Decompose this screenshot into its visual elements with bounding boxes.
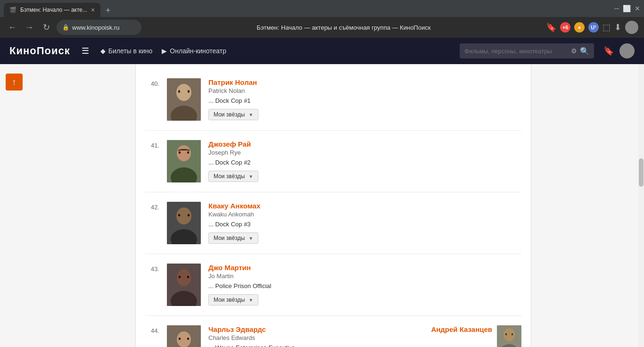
svg-point-26 bbox=[504, 328, 515, 341]
cast-number-44: 44. bbox=[145, 325, 159, 334]
url-bar[interactable]: 🔒 www.kinopoisk.ru bbox=[57, 20, 141, 35]
stars-label-42: Мои звёзды bbox=[214, 235, 245, 241]
cast-role-40: ... Dock Cop #1 bbox=[208, 97, 521, 104]
search-icon[interactable]: 🔍 bbox=[580, 47, 589, 56]
active-tab[interactable]: 🎬 Бэтмен: Начало — акте... × bbox=[4, 3, 100, 17]
svg-rect-24 bbox=[187, 338, 189, 340]
filter-icon[interactable]: ⚙ bbox=[571, 47, 577, 55]
stars-dropdown-43[interactable]: Мои звёзды ▼ bbox=[208, 294, 258, 306]
cast-photo-43 bbox=[167, 264, 201, 306]
cast-name-ru-43[interactable]: Джо Мартин bbox=[208, 264, 521, 272]
search-bar[interactable]: ⚙ 🔍 bbox=[460, 43, 594, 58]
browser-toolbar: ← → ↻ 🔒 www.kinopoisk.ru Бэтмен: Начало … bbox=[0, 17, 644, 38]
site-header: КиноПоиск ☰ ◆ Билеты в кино ▶ Онлайн-кин… bbox=[0, 38, 644, 64]
cast-right-person-44: Андрей Казанцев bbox=[431, 325, 521, 347]
cast-role-41: ... Dock Cop #2 bbox=[208, 159, 521, 166]
cast-number-43: 43. bbox=[145, 264, 159, 273]
reload-button[interactable]: ↻ bbox=[40, 21, 53, 34]
svg-rect-28 bbox=[505, 333, 507, 335]
hamburger-menu-icon[interactable]: ☰ bbox=[82, 46, 89, 56]
play-icon: ▶ bbox=[162, 47, 167, 55]
dropdown-arrow-41: ▼ bbox=[248, 174, 253, 179]
browser-extensions: ─ ⬜ ✕ bbox=[614, 5, 640, 12]
svg-rect-8 bbox=[179, 151, 181, 154]
stars-label-43: Мои звёзды bbox=[214, 297, 245, 303]
right-scrollbar[interactable] bbox=[638, 64, 644, 347]
new-tab-button[interactable]: + bbox=[101, 4, 115, 17]
upload-button[interactable]: ↑ bbox=[6, 74, 23, 91]
cast-name-ru-41[interactable]: Джозеф Рай bbox=[208, 140, 521, 148]
cast-item-40: 40. Патрик Нолан Patrick Nolan ... Do bbox=[145, 69, 521, 131]
extension-badge-1[interactable]: +6 bbox=[560, 22, 570, 33]
close-icon[interactable]: ✕ bbox=[635, 5, 640, 12]
extension-badge-3[interactable]: U¹ bbox=[588, 22, 599, 33]
cast-photo-inner-41 bbox=[167, 140, 201, 182]
minimize-icon[interactable]: ─ bbox=[614, 5, 619, 12]
site-logo[interactable]: КиноПоиск bbox=[9, 45, 70, 57]
cast-photo-inner-40 bbox=[167, 78, 201, 121]
cast-item-43: 43. Джо Мартин Jo Martin ... Police P bbox=[145, 254, 521, 316]
svg-rect-9 bbox=[187, 151, 189, 154]
forward-button[interactable]: → bbox=[23, 21, 36, 34]
site-nav: ◆ Билеты в кино ▶ Онлайн-кинотеатр ⚙ 🔍 🔖 bbox=[100, 43, 635, 58]
cast-photo-40 bbox=[167, 78, 201, 121]
svg-rect-13 bbox=[178, 214, 180, 216]
cast-name-en-41: Joseph Rye bbox=[208, 149, 521, 156]
tickets-label: Билеты в кино bbox=[108, 47, 153, 55]
scrollbar-thumb[interactable] bbox=[639, 158, 644, 187]
browser-chrome: 🎬 Бэтмен: Начало — акте... × + ─ ⬜ ✕ bbox=[0, 0, 644, 17]
svg-rect-23 bbox=[179, 338, 181, 340]
cast-photo-inner-44b bbox=[497, 325, 521, 347]
cast-name-ru-42[interactable]: Кваку Анкомах bbox=[208, 202, 521, 210]
cast-role-44: ... Wayne Enterprises Executive bbox=[208, 344, 423, 347]
cast-photo-inner-42 bbox=[167, 202, 201, 244]
page-wrapper: ↑ 40. Патрик Нолан bbox=[0, 64, 644, 347]
cast-name-en-42: Kwaku Ankomah bbox=[208, 211, 521, 218]
back-button[interactable]: ← bbox=[6, 21, 19, 34]
cast-photo-44 bbox=[167, 325, 201, 347]
upload-icon: ↑ bbox=[12, 77, 17, 87]
cast-name-en-40: Patrick Nolan bbox=[208, 87, 521, 94]
svg-rect-29 bbox=[512, 333, 513, 335]
cast-photo-inner-43 bbox=[167, 264, 201, 306]
search-input[interactable] bbox=[464, 48, 568, 55]
main-content: 40. Патрик Нолан Patrick Nolan ... Do bbox=[135, 64, 531, 347]
tab-close-button[interactable]: × bbox=[91, 6, 95, 14]
cast-icon[interactable]: ⬚ bbox=[603, 22, 611, 33]
maximize-icon[interactable]: ⬜ bbox=[623, 5, 631, 12]
cast-photo-42 bbox=[167, 202, 201, 244]
lock-icon: 🔒 bbox=[62, 24, 69, 31]
online-cinema-nav-item[interactable]: ▶ Онлайн-кинотеатр bbox=[162, 47, 226, 55]
header-right: 🔖 bbox=[603, 43, 635, 58]
stars-dropdown-40[interactable]: Мои звёзды ▼ bbox=[208, 109, 258, 120]
svg-rect-18 bbox=[179, 276, 181, 278]
header-bookmark-icon[interactable]: 🔖 bbox=[603, 46, 614, 56]
svg-rect-4 bbox=[188, 90, 190, 93]
cast-info-40: Патрик Нолан Patrick Nolan ... Dock Cop … bbox=[208, 78, 521, 120]
stars-label-40: Мои звёзды bbox=[214, 111, 245, 118]
cast-role-43: ... Police Prison Official bbox=[208, 282, 521, 289]
cast-name-ru-right-44[interactable]: Андрей Казанцев bbox=[431, 325, 492, 333]
cast-info-44: Чарльз Эдвардс Charles Edwards ... Wayne… bbox=[208, 325, 423, 347]
extension-badge-2[interactable]: ● bbox=[574, 22, 585, 33]
user-avatar[interactable] bbox=[619, 43, 635, 58]
left-sidebar: ↑ bbox=[0, 64, 28, 347]
dropdown-arrow-40: ▼ bbox=[248, 112, 253, 117]
bookmark-button[interactable]: 🔖 bbox=[546, 22, 556, 33]
tab-title: Бэтмен: Начало — акте... bbox=[20, 7, 87, 13]
cast-number-42: 42. bbox=[145, 202, 159, 211]
cast-name-ru-44[interactable]: Чарльз Эдвардс bbox=[208, 325, 423, 333]
stars-dropdown-42[interactable]: Мои звёзды ▼ bbox=[208, 232, 258, 244]
stars-dropdown-41[interactable]: Мои звёзды ▼ bbox=[208, 171, 258, 182]
tickets-nav-item[interactable]: ◆ Билеты в кино bbox=[100, 47, 153, 55]
cast-role-42: ... Dock Cop #3 bbox=[208, 221, 521, 228]
browser-user-avatar[interactable] bbox=[625, 21, 638, 34]
tab-favicon: 🎬 bbox=[9, 7, 17, 13]
cast-name-ru-40[interactable]: Патрик Нолан bbox=[208, 78, 521, 86]
url-text: www.kinopoisk.ru bbox=[72, 24, 119, 31]
dropdown-arrow-43: ▼ bbox=[248, 297, 253, 303]
cast-photo-44b bbox=[497, 325, 521, 347]
download-icon[interactable]: ⬇ bbox=[614, 22, 621, 33]
svg-rect-19 bbox=[187, 276, 189, 278]
stars-label-41: Мои звёзды bbox=[214, 173, 245, 180]
